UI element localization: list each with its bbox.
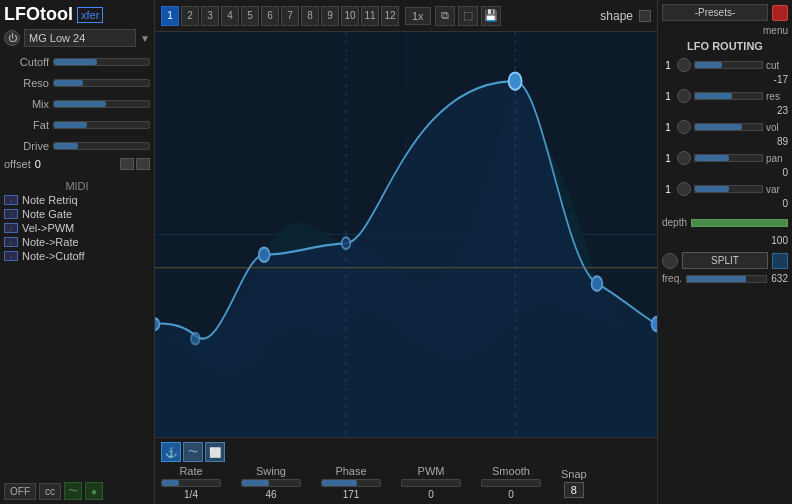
midi-item-noterate[interactable]: ♪ Note->Rate [4, 236, 150, 248]
routing-slider-cut[interactable] [694, 61, 763, 69]
routing-knob-vol[interactable] [677, 120, 691, 134]
step-button-3[interactable]: 3 [201, 6, 219, 26]
split-icon[interactable] [772, 253, 788, 269]
presets-dropdown[interactable]: -Presets- [662, 4, 768, 21]
midi-label-noteretriq: Note Retriq [22, 194, 78, 206]
param-label-reso: Reso [4, 77, 49, 89]
step-button-4[interactable]: 4 [221, 6, 239, 26]
svg-point-12 [652, 317, 657, 331]
param-slider-drive[interactable] [53, 142, 150, 150]
routing-row-pan: 1 pan [662, 151, 788, 165]
midi-item-velpwm[interactable]: ♪ Vel->PWM [4, 222, 150, 234]
rate-label: Rate [179, 465, 202, 477]
param-slider-fat[interactable] [53, 121, 150, 129]
param-swing: Swing 46 [241, 465, 301, 500]
param-row-cutoff: Cutoff [4, 53, 150, 71]
app-title: LFOtool [4, 4, 73, 25]
smooth-value: 0 [508, 489, 514, 500]
midi-icon-noteretriq: ♪ [4, 195, 18, 205]
left-panel: LFOtool xfer MG Low 24 ▼ Cutoff Reso Mix [0, 0, 155, 504]
routing-value-pan: 0 [662, 167, 788, 178]
step-button-9[interactable]: 9 [321, 6, 339, 26]
midi-item-notecutoff[interactable]: ♪ Note->Cutoff [4, 250, 150, 262]
midi-icon-notecutoff: ♪ [4, 251, 18, 261]
param-slider-cutoff[interactable] [53, 58, 150, 66]
param-row-mix: Mix [4, 95, 150, 113]
routing-vol: 1 vol 89 [662, 120, 788, 147]
routing-slider-var[interactable] [694, 185, 763, 193]
power-button[interactable] [4, 30, 20, 46]
record-icon[interactable]: ● [85, 482, 103, 500]
midi-item-noteretriq[interactable]: ♪ Note Retriq [4, 194, 150, 206]
lfo-header: LFOtool xfer [4, 4, 150, 25]
save-icon[interactable]: 💾 [481, 6, 501, 26]
freq-row: freq. 632 [662, 273, 788, 284]
step-button-1[interactable]: 1 [161, 6, 179, 26]
routing-num-pan: 1 [662, 153, 674, 164]
param-pwm: PWM 0 [401, 465, 461, 500]
step-button-6[interactable]: 6 [261, 6, 279, 26]
step-button-7[interactable]: 7 [281, 6, 299, 26]
multiplier-button[interactable]: 1x [405, 7, 431, 25]
paste-icon[interactable]: ⬚ [458, 6, 478, 26]
offset-inc-button[interactable] [136, 158, 150, 170]
loop-indicator[interactable] [639, 10, 651, 22]
lfo-svg [155, 32, 657, 437]
svg-point-8 [259, 248, 270, 262]
wave-btn-2[interactable]: ⬜ [205, 442, 225, 462]
routing-knob-pan[interactable] [677, 151, 691, 165]
step-button-2[interactable]: 2 [181, 6, 199, 26]
step-button-12[interactable]: 12 [381, 6, 399, 26]
step-button-10[interactable]: 10 [341, 6, 359, 26]
routing-knob-res[interactable] [677, 89, 691, 103]
shape-label: shape [600, 9, 633, 23]
preset-arrow-icon[interactable]: ▼ [140, 33, 150, 44]
routing-row-res: 1 res [662, 89, 788, 103]
depth-slider[interactable] [691, 219, 788, 227]
depth-row: depth [662, 217, 788, 228]
preset-name[interactable]: MG Low 24 [24, 29, 136, 47]
pwm-slider[interactable] [401, 479, 461, 487]
rate-slider[interactable] [161, 479, 221, 487]
routing-knob-var[interactable] [677, 182, 691, 196]
routing-slider-vol[interactable] [694, 123, 763, 131]
step-button-11[interactable]: 11 [361, 6, 379, 26]
split-button[interactable]: SPLIT [682, 252, 768, 269]
step-button-8[interactable]: 8 [301, 6, 319, 26]
menu-button[interactable]: menu [662, 25, 788, 36]
main-container: LFOtool xfer MG Low 24 ▼ Cutoff Reso Mix [0, 0, 792, 504]
freq-slider[interactable] [686, 275, 767, 283]
routing-slider-res[interactable] [694, 92, 763, 100]
split-power-button[interactable] [662, 253, 678, 269]
snap-value[interactable]: 8 [564, 482, 584, 498]
step-button-5[interactable]: 5 [241, 6, 259, 26]
offset-label: offset [4, 158, 31, 170]
param-label-drive: Drive [4, 140, 49, 152]
routing-num-cut: 1 [662, 60, 674, 71]
param-smooth: Smooth 0 [481, 465, 541, 500]
midi-icon-velpwm: ♪ [4, 223, 18, 233]
anchor-icon: ⚓ [165, 447, 177, 458]
offset-dec-button[interactable] [120, 158, 134, 170]
wave-btn-1[interactable]: 〜 [183, 442, 203, 462]
param-row-reso: Reso [4, 74, 150, 92]
smooth-slider[interactable] [481, 479, 541, 487]
param-slider-mix[interactable] [53, 100, 150, 108]
snap-label: Snap [561, 468, 587, 480]
phase-label: Phase [335, 465, 366, 477]
swing-slider[interactable] [241, 479, 301, 487]
routing-knob-cut[interactable] [677, 58, 691, 72]
phase-slider[interactable] [321, 479, 381, 487]
param-slider-reso[interactable] [53, 79, 150, 87]
off-button[interactable]: OFF [4, 483, 36, 500]
brand-logo: xfer [77, 7, 103, 23]
routing-slider-pan[interactable] [694, 154, 763, 162]
wave-btn-anchor[interactable]: ⚓ [161, 442, 181, 462]
split-row: SPLIT [662, 252, 788, 269]
red-button[interactable] [772, 5, 788, 21]
midi-item-notegate[interactable]: ♪ Note Gate [4, 208, 150, 220]
cc-button[interactable]: cc [39, 483, 61, 500]
copy-icon[interactable]: ⧉ [435, 6, 455, 26]
lfo-canvas[interactable] [155, 32, 657, 437]
waveform-icon[interactable]: 〜 [64, 482, 82, 500]
